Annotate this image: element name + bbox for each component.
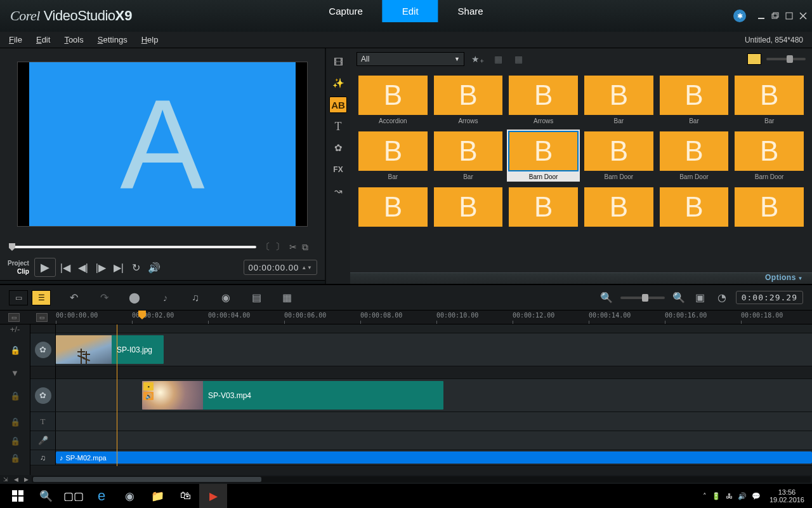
- maximize-button[interactable]: [784, 11, 794, 20]
- store-icon[interactable]: 🛍: [171, 484, 199, 508]
- scrubber-handle[interactable]: [9, 243, 15, 251]
- audio-mixer-button[interactable]: 𝆕: [157, 290, 173, 305]
- menu-edit[interactable]: Edit: [36, 35, 50, 44]
- storyboard-view-button[interactable]: ▭: [9, 290, 28, 305]
- preview-frame[interactable]: A: [17, 62, 308, 227]
- edge-icon[interactable]: e: [88, 484, 115, 508]
- split-icon[interactable]: ⧉: [302, 242, 308, 253]
- transition-thumb[interactable]: BBarn Door: [658, 130, 731, 182]
- show-all-tracks-button[interactable]: ▭: [8, 313, 20, 322]
- track-lock-5[interactable]: 🔒: [0, 450, 30, 465]
- undo-button[interactable]: ↶: [66, 290, 81, 305]
- voice-track[interactable]: 🎤: [30, 431, 812, 450]
- redo-button[interactable]: ↷: [96, 290, 112, 305]
- add-marker-button[interactable]: +/-: [0, 324, 30, 333]
- mark-out-icon[interactable]: 〕: [275, 241, 284, 253]
- transition-thumb[interactable]: B: [733, 185, 806, 231]
- transition-thumb[interactable]: BBarn Door: [507, 130, 580, 182]
- go-start-button[interactable]: |◀: [57, 259, 74, 276]
- repeat-button[interactable]: ↻: [128, 259, 145, 276]
- tray-battery-icon[interactable]: 🔋: [712, 492, 721, 500]
- time-ruler[interactable]: 00:00:00.0000:00:02.0000:00:04.0000:00:0…: [56, 311, 812, 324]
- transition-thumb[interactable]: BBarn Door: [733, 130, 806, 182]
- minimize-button[interactable]: [756, 11, 766, 20]
- menu-help[interactable]: Help: [141, 35, 159, 44]
- zoom-out-button[interactable]: 🔍: [599, 290, 614, 305]
- transition-thumb[interactable]: BBar: [658, 74, 731, 126]
- transition-thumb[interactable]: BAccordion: [357, 74, 429, 126]
- transition-thumb[interactable]: B: [432, 185, 505, 231]
- transition-thumb[interactable]: B: [658, 185, 731, 231]
- libtab-filter[interactable]: FX: [329, 161, 347, 178]
- restore-button[interactable]: [770, 11, 780, 20]
- scroll-right-button[interactable]: ▶: [22, 476, 30, 483]
- zoom-in-button[interactable]: 🔍: [671, 290, 686, 305]
- menu-tools[interactable]: Tools: [64, 35, 83, 44]
- track-lock-1[interactable]: 🔒: [0, 333, 30, 366]
- timeline-view-button[interactable]: ☰: [32, 290, 51, 305]
- menu-file[interactable]: File: [9, 35, 22, 44]
- tab-edit[interactable]: Edit: [383, 0, 438, 22]
- tray-volume-icon[interactable]: 🔊: [738, 492, 747, 500]
- record-button[interactable]: ⬤: [127, 290, 142, 305]
- tray-network-icon[interactable]: 🖧: [726, 492, 733, 500]
- mode-clip-label[interactable]: Clip: [17, 267, 29, 276]
- videostudio-taskbar-icon[interactable]: ▶: [199, 484, 227, 508]
- track-lock-2[interactable]: 🔒: [0, 379, 30, 412]
- preview-timecode[interactable]: 00:00:00.00▲▼: [244, 260, 317, 275]
- next-frame-button[interactable]: |▶: [93, 259, 109, 276]
- libtab-graphic[interactable]: ✿: [329, 140, 347, 156]
- transition-thumb[interactable]: BBar: [357, 130, 429, 182]
- track-motion-button[interactable]: ◉: [218, 290, 233, 305]
- project-duration[interactable]: 0:00:29.29: [736, 291, 803, 304]
- scroll-thumb[interactable]: [33, 477, 261, 482]
- mode-project-label[interactable]: Project: [8, 259, 29, 267]
- volume-button[interactable]: 🔊: [146, 259, 162, 276]
- tab-capture[interactable]: Capture: [309, 0, 382, 22]
- libtab-instant[interactable]: ✨: [329, 75, 347, 91]
- audio-clip[interactable]: ♪ SP-M02.mpa: [56, 451, 812, 464]
- transition-thumb[interactable]: BArrows: [507, 74, 580, 126]
- play-button[interactable]: ▶: [34, 258, 56, 277]
- prev-frame-button[interactable]: ◀|: [75, 259, 91, 276]
- menu-settings[interactable]: Settings: [98, 35, 128, 44]
- steam-icon[interactable]: ◉: [115, 484, 143, 508]
- track-manager-button[interactable]: ▭: [36, 313, 48, 322]
- libtab-transition[interactable]: AB: [329, 97, 347, 113]
- zoom-slider-knob[interactable]: [787, 55, 793, 63]
- overlay-track-1[interactable]: ✿ ▪🔊 SP-V03.mp4: [30, 379, 812, 412]
- music-track[interactable]: ♫ ♪ SP-M02.mpa: [30, 450, 812, 465]
- transition-thumb[interactable]: B: [507, 185, 580, 231]
- add-favorite-icon[interactable]: ★₊: [471, 52, 485, 66]
- track-lock-4[interactable]: 🔒: [0, 431, 30, 450]
- libtab-path[interactable]: ↝: [329, 183, 347, 199]
- task-view-button[interactable]: ▢▢: [60, 484, 88, 508]
- thumbnail-zoom-slider[interactable]: [766, 58, 806, 60]
- transition-thumb[interactable]: B: [582, 185, 655, 231]
- gallery-filter-combo[interactable]: All▼: [357, 52, 464, 66]
- transition-thumb[interactable]: BArrows: [432, 74, 505, 126]
- updates-icon[interactable]: ✱: [733, 10, 746, 22]
- transition-thumb[interactable]: BBar: [432, 130, 505, 182]
- thumbnail-view-button[interactable]: [747, 53, 761, 65]
- fit-project-button[interactable]: ▣: [693, 290, 708, 305]
- start-button[interactable]: [4, 484, 32, 508]
- search-button[interactable]: 🔍: [32, 484, 60, 508]
- close-button[interactable]: [798, 11, 808, 20]
- panel-resize-handle[interactable]: [0, 280, 325, 284]
- tray-chevron-icon[interactable]: ˄: [703, 492, 707, 500]
- timeline-zoom-knob[interactable]: [642, 294, 648, 302]
- track-collapse[interactable]: ▼: [0, 366, 30, 379]
- scroll-track[interactable]: [32, 476, 811, 483]
- apply-random-icon[interactable]: ▦: [491, 52, 505, 66]
- mark-in-icon[interactable]: 〔: [261, 241, 270, 253]
- go-end-button[interactable]: ▶|: [110, 259, 127, 276]
- preview-scrubber[interactable]: [9, 246, 256, 248]
- cut-icon[interactable]: ✂: [289, 242, 297, 252]
- transition-thumb[interactable]: BBar: [733, 74, 806, 126]
- multicam-button[interactable]: ▦: [279, 290, 294, 305]
- libtab-media[interactable]: 🎞: [329, 53, 347, 70]
- clip-spi03[interactable]: SP-I03.jpg: [56, 335, 164, 364]
- explorer-icon[interactable]: 📁: [143, 484, 171, 508]
- transition-thumb[interactable]: B: [357, 185, 429, 231]
